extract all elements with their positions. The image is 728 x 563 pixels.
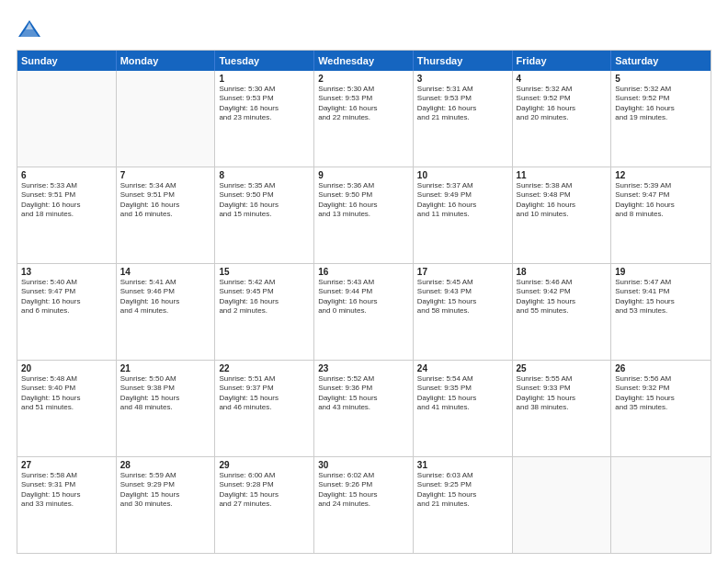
cell-info-line: Sunset: 9:51 PM [120,190,211,200]
cell-info-line: and 4 minutes. [120,306,211,316]
cell-info-line: Sunset: 9:53 PM [219,94,310,103]
calendar-cell-empty-4-5 [513,457,612,553]
cell-info-line: Sunrise: 5:42 AM [219,278,310,287]
calendar-cell-day-29: 29Sunrise: 6:00 AMSunset: 9:28 PMDayligh… [215,457,314,553]
logo [17,17,46,42]
cell-info-line: Sunrise: 5:32 AM [615,85,707,94]
cell-info-line: Sunset: 9:42 PM [517,287,608,296]
calendar-cell-day-12: 12Sunrise: 5:39 AMSunset: 9:47 PMDayligh… [611,167,711,263]
header-day-thursday: Thursday [414,51,513,71]
cell-info-line: Sunrise: 5:32 AM [517,85,608,94]
calendar-cell-day-18: 18Sunrise: 5:46 AMSunset: 9:42 PMDayligh… [513,264,612,360]
header [17,17,711,42]
cell-info-line: Daylight: 15 hours [417,297,508,306]
day-number: 5 [615,74,707,84]
cell-info-line: Sunrise: 6:03 AM [417,471,508,480]
calendar-cell-day-16: 16Sunrise: 5:43 AMSunset: 9:44 PMDayligh… [314,264,414,360]
cell-info-line: Sunset: 9:31 PM [21,480,112,489]
calendar-cell-empty-0-0 [17,71,117,167]
cell-info-line: Sunrise: 5:31 AM [417,85,508,94]
cell-info-line: Daylight: 15 hours [21,394,112,403]
cell-info-line: and 8 minutes. [615,210,707,219]
cell-info-line: Sunrise: 5:36 AM [318,181,409,190]
cell-info-line: Daylight: 15 hours [615,297,707,306]
calendar-cell-day-28: 28Sunrise: 5:59 AMSunset: 9:29 PMDayligh… [117,457,216,553]
calendar-row-1: 6Sunrise: 5:33 AMSunset: 9:51 PMDaylight… [17,167,711,263]
cell-info-line: Daylight: 15 hours [417,490,508,500]
cell-info-line: and 22 minutes. [318,113,409,122]
cell-info-line: and 16 minutes. [120,210,211,219]
cell-info-line: Daylight: 16 hours [219,297,310,306]
calendar-cell-day-17: 17Sunrise: 5:45 AMSunset: 9:43 PMDayligh… [414,264,513,360]
cell-info-line: and 20 minutes. [517,113,608,122]
day-number: 6 [21,170,112,180]
calendar-cell-day-31: 31Sunrise: 6:03 AMSunset: 9:25 PMDayligh… [414,457,513,553]
calendar-cell-empty-0-1 [117,71,216,167]
calendar-cell-day-27: 27Sunrise: 5:58 AMSunset: 9:31 PMDayligh… [17,457,117,553]
cell-info-line: Sunset: 9:28 PM [219,480,310,489]
cell-info-line: Sunset: 9:45 PM [219,287,310,296]
day-number: 23 [318,363,409,373]
cell-info-line: and 53 minutes. [615,306,707,316]
day-number: 3 [417,74,508,84]
calendar-cell-day-4: 4Sunrise: 5:32 AMSunset: 9:52 PMDaylight… [513,71,612,167]
day-number: 11 [517,170,608,180]
cell-info-line: and 41 minutes. [417,403,508,412]
cell-info-line: Sunset: 9:33 PM [517,384,608,393]
calendar-cell-day-13: 13Sunrise: 5:40 AMSunset: 9:47 PMDayligh… [17,264,117,360]
cell-info-line: Sunset: 9:52 PM [517,94,608,103]
day-number: 31 [417,460,508,470]
calendar-cell-day-20: 20Sunrise: 5:48 AMSunset: 9:40 PMDayligh… [17,361,117,456]
day-number: 25 [517,363,608,373]
calendar-row-4: 27Sunrise: 5:58 AMSunset: 9:31 PMDayligh… [17,456,711,553]
day-number: 8 [219,170,310,180]
day-number: 24 [417,363,508,373]
cell-info-line: Daylight: 15 hours [615,394,707,403]
cell-info-line: Sunrise: 5:35 AM [219,181,310,190]
cell-info-line: and 30 minutes. [120,500,211,509]
cell-info-line: Sunrise: 5:51 AM [219,374,310,384]
cell-info-line: Daylight: 16 hours [318,104,409,113]
calendar-cell-day-22: 22Sunrise: 5:51 AMSunset: 9:37 PMDayligh… [215,361,314,456]
calendar-body: 1Sunrise: 5:30 AMSunset: 9:53 PMDaylight… [17,71,711,553]
calendar-cell-day-11: 11Sunrise: 5:38 AMSunset: 9:48 PMDayligh… [513,167,612,263]
cell-info-line: Sunset: 9:53 PM [318,94,409,103]
calendar-cell-day-23: 23Sunrise: 5:52 AMSunset: 9:36 PMDayligh… [314,361,414,456]
day-number: 29 [219,460,310,470]
cell-info-line: and 0 minutes. [318,306,409,316]
calendar-cell-day-9: 9Sunrise: 5:36 AMSunset: 9:50 PMDaylight… [314,167,414,263]
cell-info-line: and 15 minutes. [219,210,310,219]
calendar-cell-day-30: 30Sunrise: 6:02 AMSunset: 9:26 PMDayligh… [314,457,414,553]
cell-info-line: Daylight: 16 hours [615,104,707,113]
day-number: 28 [120,460,211,470]
cell-info-line: and 24 minutes. [318,500,409,509]
cell-info-line: Sunrise: 5:41 AM [120,278,211,287]
cell-info-line: and 38 minutes. [517,403,608,412]
cell-info-line: Sunset: 9:37 PM [219,384,310,393]
calendar-cell-day-24: 24Sunrise: 5:54 AMSunset: 9:35 PMDayligh… [414,361,513,456]
calendar-cell-day-3: 3Sunrise: 5:31 AMSunset: 9:53 PMDaylight… [414,71,513,167]
day-number: 21 [120,363,211,373]
cell-info-line: Daylight: 16 hours [21,297,112,306]
calendar-cell-day-8: 8Sunrise: 5:35 AMSunset: 9:50 PMDaylight… [215,167,314,263]
cell-info-line: Sunset: 9:38 PM [120,384,211,393]
cell-info-line: and 55 minutes. [517,306,608,316]
day-number: 20 [21,363,112,373]
cell-info-line: Sunset: 9:32 PM [615,384,707,393]
cell-info-line: Daylight: 15 hours [120,394,211,403]
calendar-cell-day-2: 2Sunrise: 5:30 AMSunset: 9:53 PMDaylight… [314,71,414,167]
cell-info-line: Sunset: 9:53 PM [417,94,508,103]
cell-info-line: Sunset: 9:46 PM [120,287,211,296]
page: SundayMondayTuesdayWednesdayThursdayFrid… [0,0,728,563]
header-day-friday: Friday [513,51,612,71]
cell-info-line: Sunset: 9:52 PM [615,94,707,103]
day-number: 9 [318,170,409,180]
cell-info-line: Daylight: 16 hours [517,104,608,113]
calendar-cell-day-7: 7Sunrise: 5:34 AMSunset: 9:51 PMDaylight… [117,167,216,263]
cell-info-line: Sunset: 9:35 PM [417,384,508,393]
cell-info-line: Sunset: 9:36 PM [318,384,409,393]
cell-info-line: Sunrise: 5:55 AM [517,374,608,384]
calendar-cell-day-26: 26Sunrise: 5:56 AMSunset: 9:32 PMDayligh… [611,361,711,456]
calendar-cell-empty-4-6 [611,457,711,553]
cell-info-line: and 2 minutes. [219,306,310,316]
